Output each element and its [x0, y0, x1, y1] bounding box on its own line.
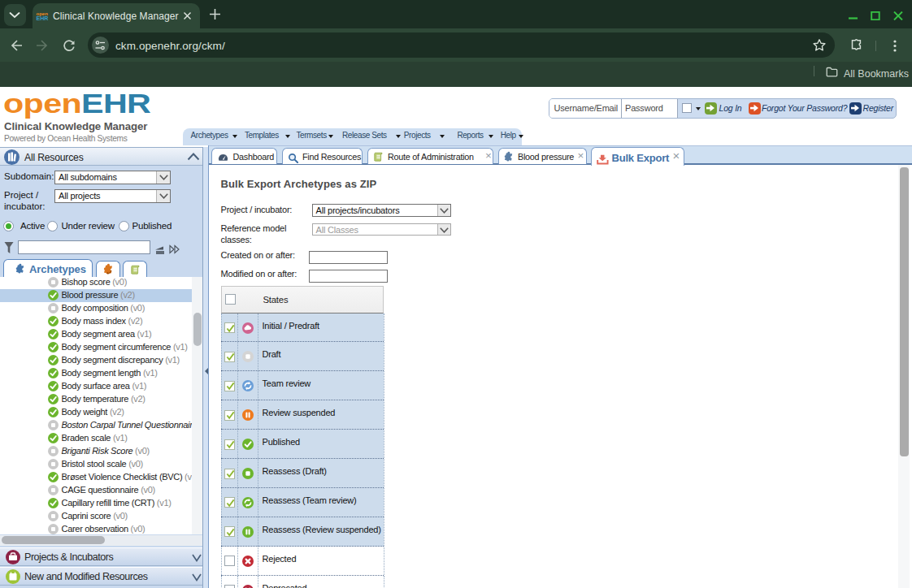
- svg-text:EHR: EHR: [37, 15, 49, 21]
